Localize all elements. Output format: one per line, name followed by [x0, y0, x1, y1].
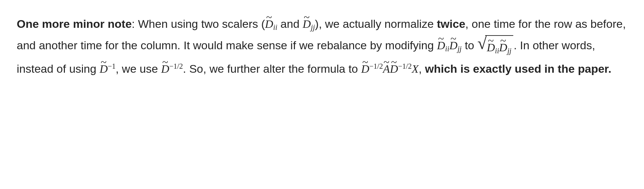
text-segment-1: : When using two scalers (	[132, 17, 265, 30]
text-segment-8: . So, we further alter the formula to	[183, 62, 361, 75]
text-segment-2: and	[277, 17, 303, 30]
math-d-tilde-jj-1: ~Djj	[303, 14, 315, 35]
text-segment-3: ), we actually normalize	[315, 17, 437, 30]
math-d-neg1: ~D−1	[100, 59, 116, 80]
text-segment-7: , we use	[116, 62, 161, 75]
math-full-formula: ~D−1/2~A~D−1/2X	[361, 59, 419, 80]
conclusion-bold: which is exactly used in the paper.	[425, 62, 611, 75]
math-d-tilde-ii-1: ~Dii	[265, 14, 278, 35]
twice-bold: twice	[437, 17, 465, 30]
lead-bold-text: One more minor note	[17, 17, 132, 30]
paragraph: One more minor note: When using two scal…	[17, 13, 627, 79]
math-d-neghalf: ~D−1/2	[161, 59, 183, 80]
text-segment-5: to	[461, 39, 477, 52]
math-sqrt-dii-djj: √~Dii~Djj	[477, 35, 514, 58]
math-dii-djj: ~Dii~Djj	[437, 35, 462, 56]
text-segment-9: ,	[419, 62, 425, 75]
